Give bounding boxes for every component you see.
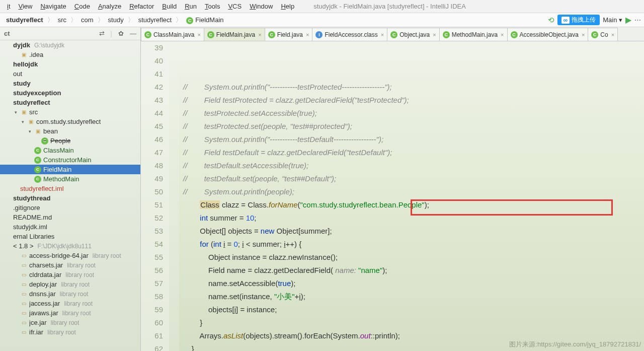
- collapse-icon[interactable]: —: [130, 30, 136, 37]
- code-line[interactable]: // System.out.println("-----------testPr…: [183, 81, 644, 94]
- filter-icon[interactable]: ⇄: [99, 30, 105, 37]
- tree-node[interactable]: study: [0, 79, 140, 88]
- code-view[interactable]: 3940414243444546474849505152535455565758…: [141, 41, 644, 351]
- tree-node[interactable]: CMethodMain: [0, 174, 140, 184]
- close-icon[interactable]: ×: [433, 32, 436, 38]
- tree-node[interactable]: hellojdk: [0, 59, 140, 69]
- close-icon[interactable]: ×: [582, 32, 585, 38]
- menu-refactor[interactable]: Refactor: [125, 2, 158, 11]
- code-line[interactable]: name.set(instance, "小美"+i);: [183, 290, 644, 303]
- code-line[interactable]: // System.out.println(people);: [183, 185, 644, 198]
- tree-node[interactable]: studyreflect: [0, 98, 140, 107]
- tree-node[interactable]: studyjdk.iml: [0, 222, 140, 232]
- tree-node[interactable]: studyexception: [0, 88, 140, 98]
- tree-node[interactable]: ▾▣src: [0, 107, 140, 117]
- tree-node[interactable]: studythread: [0, 193, 140, 203]
- tree-node[interactable]: CPeople: [0, 136, 140, 146]
- code-line[interactable]: }: [183, 316, 644, 329]
- code-line[interactable]: // Field testDefault = clazz.getDeclared…: [183, 146, 644, 159]
- tree-node[interactable]: ▭deploy.jarlibrary root: [0, 279, 140, 289]
- editor-tab[interactable]: CCo×: [588, 28, 618, 41]
- tree-node[interactable]: out: [0, 69, 140, 79]
- code-line[interactable]: objects[i] = instance;: [183, 303, 644, 316]
- tree-node[interactable]: ▭jaccess.jarlibrary root: [0, 299, 140, 308]
- close-icon[interactable]: ×: [306, 32, 309, 38]
- menu-view[interactable]: View: [15, 2, 37, 11]
- class-icon: C: [34, 166, 41, 173]
- tree-node[interactable]: ▭dnsns.jarlibrary root: [0, 289, 140, 299]
- close-icon[interactable]: ×: [258, 32, 261, 38]
- editor-tab[interactable]: CField.java×: [265, 28, 313, 41]
- watermark: 图片来源:https://gitee.com/jyq_18792721831/: [509, 340, 641, 349]
- run-icon[interactable]: ▶: [625, 15, 631, 25]
- tree-node[interactable]: ▾▣bean: [0, 126, 140, 136]
- code-line[interactable]: // System.out.println("-----------testDe…: [183, 133, 644, 146]
- menu-code[interactable]: Code: [70, 2, 94, 11]
- tree-node[interactable]: ▭charsets.jarlibrary root: [0, 260, 140, 270]
- close-icon[interactable]: ×: [197, 32, 200, 38]
- tree-node[interactable]: < 1.8 >F:\JDK\jdk\jdk8u111: [0, 241, 140, 251]
- tree-node[interactable]: CClassMain: [0, 146, 140, 155]
- tree-node[interactable]: CFieldMain: [0, 165, 140, 174]
- close-icon[interactable]: ×: [611, 32, 614, 38]
- editor-tab[interactable]: IFieldAccessor.class×: [312, 28, 387, 41]
- tree-node[interactable]: .gitignore: [0, 203, 140, 213]
- tree-node[interactable]: ▭access-bridge-64.jarlibrary root: [0, 251, 140, 260]
- code-line[interactable]: Class clazz = Class.forName("com.study.s…: [183, 198, 644, 212]
- code-line[interactable]: Object[] objects = new Object[summer];: [183, 225, 644, 238]
- code-lines[interactable]: // System.out.println("-----------testPr…: [179, 41, 644, 351]
- close-icon[interactable]: ×: [381, 32, 384, 38]
- sync-icon[interactable]: ⟲: [548, 16, 554, 25]
- tree-node[interactable]: ▭javaws.jarlibrary root: [0, 308, 140, 318]
- tree-node[interactable]: CConstructorMain: [0, 155, 140, 165]
- breadcrumb-item[interactable]: studyreflect: [3, 15, 46, 25]
- class-icon: C: [41, 137, 48, 145]
- editor-tab[interactable]: CMethodMain.java×: [439, 28, 508, 41]
- code-line[interactable]: for (int i = 0; i < summer; i++) {: [183, 238, 644, 251]
- code-line[interactable]: // testDefault.setAccessible(true);: [183, 159, 644, 172]
- menu-run[interactable]: Run: [181, 2, 201, 11]
- gear-icon[interactable]: ✿: [118, 30, 124, 37]
- code-line[interactable]: // testDefault.set(people, "test##Defaul…: [183, 172, 644, 185]
- code-line[interactable]: // Field testProtected = clazz.getDeclar…: [183, 94, 644, 107]
- upload-button[interactable]: ∞ 拖拽上传: [557, 15, 600, 25]
- menu-tools[interactable]: Tools: [201, 2, 224, 11]
- menu-window[interactable]: Window: [246, 2, 277, 11]
- tree-node[interactable]: ▭ifr.iarlibrary root: [0, 327, 140, 337]
- menu-it[interactable]: it: [3, 2, 15, 11]
- breadcrumb-item[interactable]: src: [55, 15, 69, 25]
- tree-node[interactable]: studyreflect.iml: [0, 184, 140, 193]
- menu-help[interactable]: Help: [277, 2, 298, 11]
- code-line[interactable]: int summer = 10;: [183, 212, 644, 225]
- close-icon[interactable]: ×: [501, 32, 504, 38]
- tree-node[interactable]: ▭jce.jarlibrary root: [0, 318, 140, 327]
- lib-icon: ▭: [20, 310, 27, 317]
- project-tree[interactable]: dyjdkG:\studyjdk▣.ideahellojdkoutstudyst…: [0, 40, 140, 337]
- code-line[interactable]: // testProtected.set(people, "test##prot…: [183, 120, 644, 133]
- tree-node[interactable]: dyjdkG:\studyjdk: [0, 40, 140, 50]
- code-line[interactable]: Field name = clazz.getDeclaredField( nam…: [183, 264, 644, 277]
- lib-icon: ▭: [20, 262, 27, 269]
- more-icon[interactable]: ⋯: [634, 16, 641, 24]
- editor-tab[interactable]: CFieldMain.java×: [204, 28, 265, 41]
- tree-node[interactable]: ▣.idea: [0, 50, 140, 59]
- breadcrumb-item[interactable]: studyreflect: [135, 15, 175, 25]
- run-config-dropdown[interactable]: Main ▾: [603, 16, 622, 24]
- editor-tab[interactable]: CAccessibleObject.java×: [507, 28, 589, 41]
- editor-tab[interactable]: CClassMain.java×: [141, 28, 204, 41]
- tree-node[interactable]: ▭cldrdata.jarlibrary root: [0, 270, 140, 279]
- tree-node[interactable]: ernal Libraries: [0, 232, 140, 241]
- menu-build[interactable]: Build: [158, 2, 181, 11]
- code-line[interactable]: Object instance = clazz.newInstance();: [183, 251, 644, 264]
- code-line[interactable]: name.setAccessible(true);: [183, 277, 644, 290]
- menu-vcs[interactable]: VCS: [224, 2, 246, 11]
- menu-analyze[interactable]: Analyze: [94, 2, 125, 11]
- code-line[interactable]: // testProtected.setAccessible(true);: [183, 107, 644, 120]
- breadcrumb-item[interactable]: com: [78, 15, 97, 25]
- breadcrumb-item[interactable]: CFieldMain: [183, 15, 226, 25]
- menu-navigate[interactable]: Navigate: [36, 2, 70, 11]
- tree-node[interactable]: README.md: [0, 213, 140, 222]
- breadcrumb-item[interactable]: study: [105, 15, 127, 25]
- tree-node[interactable]: ▾▣com.study.studyreflect: [0, 117, 140, 126]
- editor-tab[interactable]: CObject.java×: [387, 28, 439, 41]
